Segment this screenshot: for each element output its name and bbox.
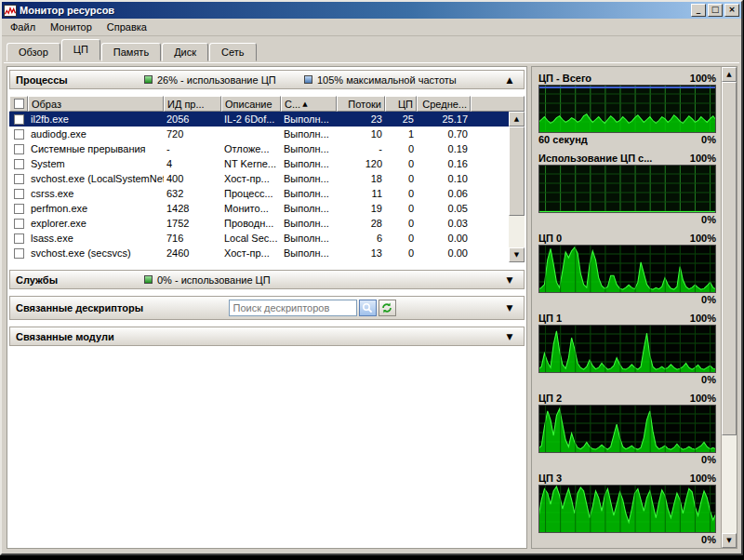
cell-threads: 13: [337, 247, 385, 259]
graphs-scrollbar-thumb[interactable]: [722, 82, 737, 435]
column-description[interactable]: Описание: [221, 96, 281, 112]
table-row[interactable]: System 4 NT Kerne... Выполн... 120 0 0.1…: [9, 156, 509, 171]
processes-section-header[interactable]: Процессы 26% - использование ЦП 105% мак…: [9, 70, 525, 89]
row-checkbox[interactable]: [14, 159, 24, 169]
modules-section-header[interactable]: Связанные модули ▼: [9, 327, 525, 346]
row-checkbox[interactable]: [14, 233, 24, 244]
row-checkbox[interactable]: [14, 189, 24, 199]
minimize-button[interactable]: _: [691, 4, 706, 17]
column-average[interactable]: Средне...: [417, 96, 471, 112]
cell-cpu: 0: [385, 188, 417, 199]
row-checkbox[interactable]: [14, 114, 24, 125]
scroll-up-button[interactable]: ▲: [509, 112, 525, 127]
cell-average: 0.70: [417, 128, 471, 140]
table-row[interactable]: explorer.exe 1752 Проводн... Выполн... 2…: [9, 216, 509, 231]
max-frequency-legend: 105% максимальной частоты: [304, 74, 457, 86]
cell-description: Монито...: [221, 203, 281, 214]
refresh-button[interactable]: [379, 300, 396, 316]
cell-pid: 2056: [164, 113, 221, 125]
row-checkbox[interactable]: [14, 248, 24, 259]
row-checkbox[interactable]: [14, 204, 24, 214]
column-pid[interactable]: ИД пр...: [164, 96, 221, 112]
cell-description: Local Sec...: [221, 233, 281, 244]
services-cpu-legend-icon: [144, 275, 153, 284]
cell-average: 0.19: [417, 143, 471, 154]
row-checkbox[interactable]: [14, 174, 24, 184]
menu-help[interactable]: Справка: [100, 20, 154, 34]
column-status[interactable]: С...▲: [281, 96, 337, 112]
cell-cpu: 0: [385, 203, 417, 214]
search-icon: [362, 302, 373, 313]
handles-section-header[interactable]: Связанные дескрипторы ▼: [9, 296, 525, 320]
cell-average: 0.06: [417, 188, 471, 199]
collapse-processes-button[interactable]: ▲: [501, 75, 518, 85]
graph-cpu-services: Использование ЦП с... 100% 0%: [538, 152, 716, 225]
column-threads[interactable]: Потоки: [337, 96, 385, 112]
cell-image: explorer.exe: [28, 218, 164, 229]
close-button[interactable]: ×: [724, 4, 739, 17]
cell-image: audiodg.exe: [28, 128, 164, 140]
services-section-header[interactable]: Службы 0% - использование ЦП ▼: [9, 270, 525, 289]
column-cpu[interactable]: ЦП: [385, 96, 417, 112]
tab-network[interactable]: Сеть: [209, 43, 256, 61]
maximize-button[interactable]: □: [708, 4, 723, 17]
expand-handles-button[interactable]: ▼: [501, 303, 518, 313]
graphs-scrollbar[interactable]: ▲ ▼: [721, 67, 737, 548]
tab-disk[interactable]: Диск: [162, 43, 208, 61]
cell-average: 0.05: [417, 203, 471, 214]
expand-modules-button[interactable]: ▼: [501, 332, 518, 341]
row-checkbox[interactable]: [14, 219, 24, 229]
cell-pid: 4: [164, 158, 221, 169]
processes-title: Процессы: [16, 74, 144, 86]
titlebar[interactable]: Монитор ресурсов _ □ ×: [2, 2, 741, 19]
scrollbar-track[interactable]: [509, 216, 525, 247]
scroll-down-button[interactable]: ▼: [509, 247, 525, 262]
table-row[interactable]: svchost.exe (LocalSystemNetwo... 400 Хос…: [9, 171, 509, 186]
cell-image: Системные прерывания: [28, 143, 164, 154]
tab-memory[interactable]: Память: [101, 43, 161, 61]
cell-cpu: 0: [385, 218, 417, 229]
table-row[interactable]: csrss.exe 632 Процесс... Выполн... 11 0 …: [9, 186, 509, 201]
handles-search-input[interactable]: [229, 300, 357, 316]
tab-overview[interactable]: Обзор: [7, 43, 60, 61]
table-row[interactable]: Системные прерывания - Отложе... Выполн.…: [9, 141, 509, 156]
cell-status: Выполн...: [281, 143, 337, 154]
details-pane: Процессы 26% - использование ЦП 105% мак…: [7, 66, 527, 549]
cpu-tab-content: Процессы 26% - использование ЦП 105% мак…: [4, 62, 739, 552]
cell-cpu: 0: [385, 143, 417, 154]
cell-image: svchost.exe (LocalSystemNetwo...: [28, 173, 164, 184]
graphs-scroll-up-button[interactable]: ▲: [722, 67, 737, 82]
scrollbar-thumb[interactable]: [509, 127, 525, 216]
row-checkbox[interactable]: [14, 144, 24, 154]
search-button[interactable]: [359, 300, 377, 316]
column-image[interactable]: Образ: [28, 96, 164, 112]
graphs-scroll-down-button[interactable]: ▼: [722, 533, 737, 548]
graph-cpu-1: ЦП 1 100% 0%: [538, 312, 716, 385]
cell-pid: 1428: [164, 203, 221, 214]
menu-monitor[interactable]: Монитор: [43, 20, 100, 34]
handles-search-group: [229, 300, 396, 316]
cell-cpu: 0: [385, 158, 417, 169]
cell-description: Отложе...: [221, 143, 281, 154]
graphs-scrollbar-track[interactable]: [722, 435, 737, 533]
cpu-usage-legend: 26% - использование ЦП: [144, 74, 304, 86]
table-row[interactable]: perfmon.exe 1428 Монито... Выполн... 19 …: [9, 201, 509, 216]
graph-min-label: 0%: [701, 214, 716, 225]
table-row[interactable]: svchost.exe (secsvcs) 2460 Хост-пр... Вы…: [9, 246, 509, 260]
select-all-checkbox[interactable]: [14, 99, 24, 109]
process-table: Образ ИД пр... Описание С...▲ Потоки ЦП …: [9, 96, 525, 262]
cell-threads: 10: [337, 128, 385, 140]
cell-threads: 120: [337, 158, 385, 169]
graph-cpu-total: ЦП - Всего 100% 60 секунд 0%: [538, 72, 716, 145]
process-table-scrollbar[interactable]: ▲ ▼: [509, 112, 525, 262]
tab-cpu[interactable]: ЦП: [61, 39, 100, 60]
cell-cpu: 0: [385, 173, 417, 184]
table-row[interactable]: il2fb.exe 2056 IL-2 6Dof... Выполн... 23…: [9, 112, 509, 127]
graph-title: ЦП - Всего: [538, 73, 591, 84]
table-row[interactable]: lsass.exe 716 Local Sec... Выполн... 6 0…: [9, 231, 509, 246]
cell-threads: 19: [337, 203, 385, 214]
expand-services-button[interactable]: ▼: [501, 275, 518, 285]
table-row[interactable]: audiodg.exe 720 Выполн... 10 1 0.70: [9, 127, 509, 141]
row-checkbox[interactable]: [14, 129, 24, 140]
menu-file[interactable]: Файл: [3, 20, 43, 34]
